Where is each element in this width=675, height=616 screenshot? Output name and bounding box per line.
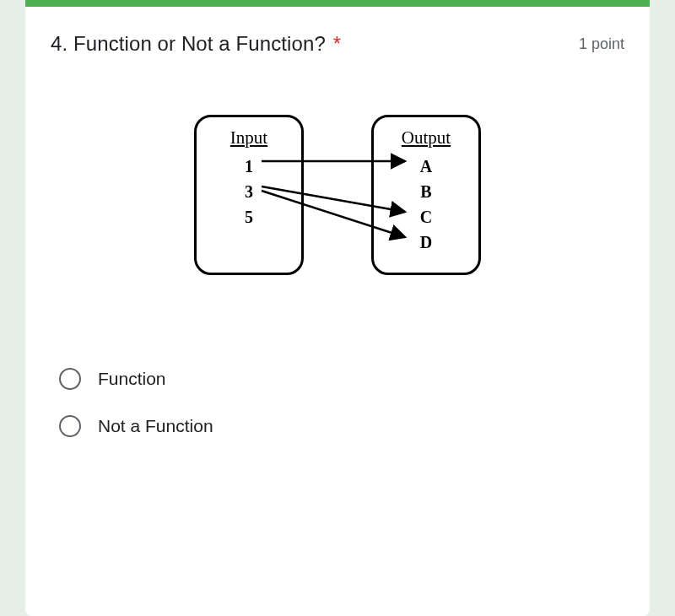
- radio-icon: [59, 415, 81, 437]
- option-function[interactable]: Function: [59, 368, 624, 390]
- output-header: Output: [374, 127, 478, 149]
- question-number: 4.: [51, 32, 68, 55]
- option-label: Not a Function: [98, 416, 213, 436]
- output-box: Output A B C D: [371, 115, 481, 275]
- input-item: 5: [197, 204, 301, 230]
- mapping-diagram: Input 1 3 5 Output A B C D: [51, 115, 624, 284]
- output-item: D: [374, 230, 478, 255]
- output-item: C: [374, 204, 478, 230]
- options-group: Function Not a Function: [51, 368, 624, 437]
- input-box: Input 1 3 5: [194, 115, 304, 275]
- option-not-a-function[interactable]: Not a Function: [59, 415, 624, 437]
- output-item: B: [374, 179, 478, 204]
- points-label: 1 point: [579, 35, 624, 53]
- input-header: Input: [197, 127, 301, 149]
- required-star: *: [333, 32, 341, 55]
- option-label: Function: [98, 369, 166, 389]
- radio-icon: [59, 368, 81, 390]
- diagram-container: Input 1 3 5 Output A B C D: [186, 115, 489, 284]
- question-title: 4. Function or Not a Function? *: [51, 32, 341, 56]
- question-text: Function or Not a Function?: [73, 32, 326, 55]
- input-item: 1: [197, 154, 301, 179]
- output-item: A: [374, 154, 478, 179]
- input-item: 3: [197, 179, 301, 204]
- question-header: 4. Function or Not a Function? * 1 point: [51, 32, 624, 56]
- question-card: 4. Function or Not a Function? * 1 point…: [25, 0, 650, 616]
